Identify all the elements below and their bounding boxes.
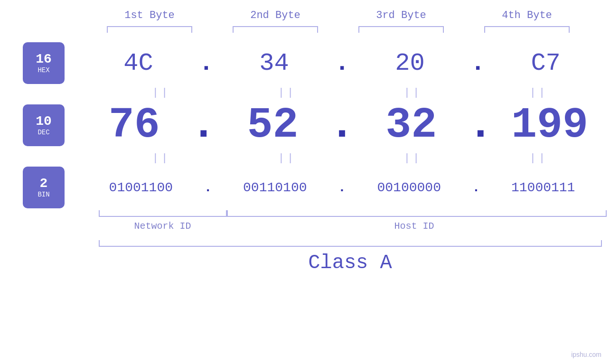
hex-byte1: 4C [79, 49, 198, 77]
bin-values: 01001100 . 00110100 . 00100000 . 1100011… [65, 180, 610, 195]
connectors-hex-dec: || || || || [99, 84, 602, 101]
dec-byte4: 199 [494, 101, 605, 149]
bin-dot1: . [204, 180, 212, 195]
pipe6: || [225, 152, 350, 164]
bin-byte3: 00100000 [347, 180, 471, 195]
dec-byte1: 76 [79, 101, 190, 149]
top-brackets [87, 26, 590, 33]
hex-dot2: . [335, 49, 349, 77]
dec-row: 10 DEC 76 . 52 . 32 . 199 [0, 101, 610, 149]
hex-byte4: C7 [486, 49, 605, 77]
dec-badge-label: DEC [38, 129, 49, 136]
hex-badge-label: HEX [38, 66, 49, 74]
network-id-label: Network ID [99, 221, 227, 232]
byte3-header: 3rd Byte [338, 9, 464, 21]
network-bracket [99, 210, 227, 217]
pipe7: || [350, 152, 476, 164]
hex-values: 4C . 34 . 20 . C7 [65, 49, 610, 77]
bin-badge: 2 BIN [23, 167, 65, 208]
watermark: ipshu.com [571, 351, 601, 358]
pipe3: || [350, 87, 476, 99]
byte4-header: 4th Byte [464, 9, 590, 21]
dec-dot1: . [191, 101, 216, 149]
pipe1: || [99, 87, 225, 99]
top-bracket-3 [358, 26, 444, 33]
bracket-seg-2 [213, 26, 338, 33]
bracket-seg-3 [338, 26, 464, 33]
hex-dot1: . [199, 49, 214, 77]
host-id-label: Host ID [227, 221, 602, 232]
byte1-header: 1st Byte [87, 9, 213, 21]
class-bracket [99, 240, 602, 247]
bin-byte1: 01001100 [79, 180, 203, 195]
dec-byte2: 52 [217, 101, 328, 149]
bracket-seg-4 [464, 26, 590, 33]
hex-byte2: 34 [215, 49, 334, 77]
dec-dot3: . [468, 101, 493, 149]
bin-row: 2 BIN 01001100 . 00110100 . 00100000 . 1… [0, 167, 610, 208]
top-bracket-2 [233, 26, 318, 33]
hex-badge-number: 16 [36, 52, 52, 67]
bin-badge-number: 2 [40, 177, 48, 191]
pipe8: || [476, 152, 602, 164]
dec-byte3: 32 [356, 101, 467, 149]
host-bracket [227, 210, 607, 217]
class-bracket-container [99, 240, 602, 247]
pipe2: || [225, 87, 350, 99]
bin-byte2: 00110100 [213, 180, 337, 195]
pipe5: || [99, 152, 225, 164]
dec-badge-number: 10 [36, 114, 52, 129]
bin-byte4: 11000111 [481, 180, 605, 195]
hex-dot3: . [470, 49, 485, 77]
byte2-header: 2nd Byte [213, 9, 338, 21]
bin-badge-label: BIN [38, 191, 49, 198]
bottom-brackets [99, 210, 602, 217]
byte-headers: 1st Byte 2nd Byte 3rd Byte 4th Byte [87, 9, 590, 21]
top-bracket-1 [107, 26, 192, 33]
bin-dot3: . [472, 180, 480, 195]
bin-dot2: . [338, 180, 346, 195]
bracket-seg-1 [87, 26, 213, 33]
dec-dot2: . [329, 101, 355, 149]
pipe4: || [476, 87, 602, 99]
dec-badge: 10 DEC [23, 104, 65, 146]
dec-values: 76 . 52 . 32 . 199 [65, 101, 610, 149]
top-bracket-4 [484, 26, 570, 33]
connectors-dec-bin: || || || || [99, 149, 602, 167]
hex-byte3: 20 [350, 49, 469, 77]
main-container: 1st Byte 2nd Byte 3rd Byte 4th Byte 16 H… [0, 0, 610, 364]
id-labels-row: Network ID Host ID [99, 221, 602, 232]
hex-badge: 16 HEX [23, 42, 65, 84]
class-label-row: Class A [99, 252, 602, 274]
class-label: Class A [308, 252, 392, 274]
hex-row: 16 HEX 4C . 34 . 20 . C7 [0, 42, 610, 84]
